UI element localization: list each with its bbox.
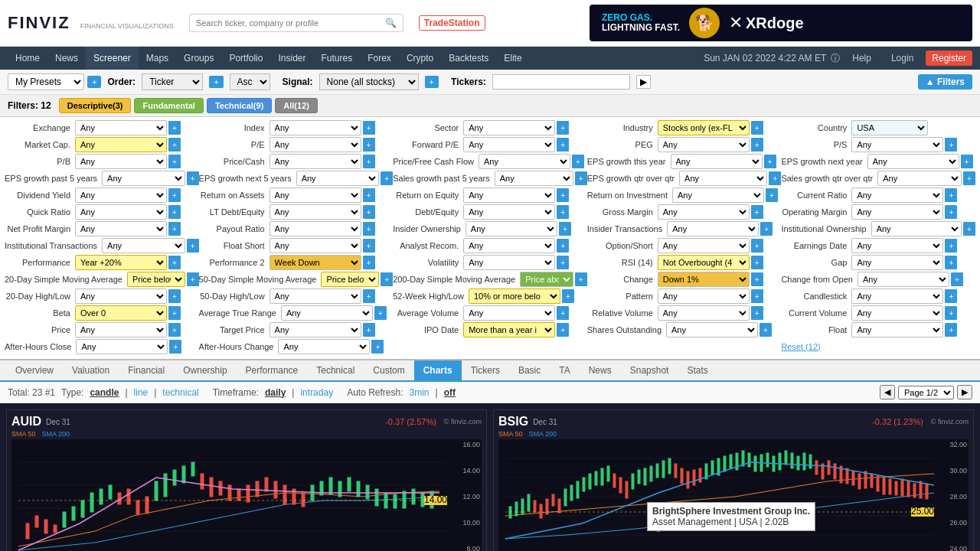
tab-fundamental[interactable]: Fundamental [134, 98, 203, 113]
filter-add-btn-4-2[interactable]: + [557, 188, 569, 202]
filter-add-btn-3-2[interactable]: + [575, 171, 587, 185]
filter-select-6-4[interactable]: Any [871, 221, 962, 236]
filter-select-5-4[interactable]: Any [851, 204, 943, 220]
filter-select-1-3[interactable]: Any [658, 137, 750, 152]
type-technical[interactable]: technical [162, 387, 198, 398]
filter-select-2-1[interactable]: Any [270, 154, 361, 169]
filter-add-btn-10-3[interactable]: + [751, 289, 763, 303]
nav-home[interactable]: Home [8, 47, 47, 70]
filter-select-6-2[interactable]: Any [466, 221, 557, 236]
filter-add-btn-1-3[interactable]: + [751, 138, 763, 152]
filter-add-btn-1-2[interactable]: + [557, 138, 569, 152]
filter-add-btn-3-1[interactable]: + [381, 171, 393, 185]
type-line[interactable]: line [134, 387, 149, 398]
filter-add-btn-5-2[interactable]: + [557, 205, 569, 219]
filter-select-7-0[interactable]: Any [102, 238, 185, 253]
search-icon[interactable]: 🔍 [385, 18, 397, 28]
filter-add-btn-7-1[interactable]: + [363, 239, 375, 253]
view-tab-technical[interactable]: Technical [307, 360, 364, 380]
filter-select-7-2[interactable]: Any [463, 238, 555, 253]
filter-add-btn-8-3[interactable]: + [751, 256, 763, 269]
filter-select-8-4[interactable]: Any [851, 255, 943, 270]
tab-all[interactable]: All(12) [275, 98, 318, 113]
filter-add-btn-7-4[interactable]: + [945, 239, 957, 253]
filter-select-10-4[interactable]: Any [851, 289, 943, 304]
view-tab-snapshot[interactable]: Snapshot [621, 360, 678, 380]
filter-add-btn-11-4[interactable]: + [945, 306, 957, 320]
filter-add-btn-2-3[interactable]: + [764, 155, 776, 168]
filter-select-9-0[interactable]: Price below SMA2( [127, 272, 185, 287]
filter-select-0-2[interactable]: Any [463, 120, 555, 135]
next-page-btn[interactable]: ▶ [957, 385, 972, 399]
view-tab-ownership[interactable]: Ownership [174, 360, 236, 380]
filter-select-10-3[interactable]: Any [658, 289, 750, 304]
filter-select-12-4[interactable]: Any [851, 322, 943, 337]
view-tab-news[interactable]: News [580, 360, 621, 380]
type-candle[interactable]: candle [90, 387, 119, 398]
filter-add-btn-2-2[interactable]: + [572, 155, 584, 168]
filter-add-btn-11-2[interactable]: + [557, 306, 569, 320]
nav-futures[interactable]: Futures [314, 47, 361, 70]
filter-select-10-0[interactable]: Any [75, 289, 167, 304]
chart-bsig[interactable]: BSIG Dec 31 -0.32 (1.23%) © finviz.com S… [493, 409, 974, 551]
filter-add-btn-6-3[interactable]: + [760, 222, 773, 236]
timeframe-daily[interactable]: daily [265, 387, 286, 398]
filter-select-1-2[interactable]: Any [463, 137, 555, 152]
filter-select-0-3[interactable]: Stocks only (ex-FL [658, 120, 750, 135]
filter-add-btn-0-2[interactable]: + [557, 121, 569, 135]
filter-add-btn-7-2[interactable]: + [557, 239, 569, 253]
order-btn[interactable]: + [209, 76, 223, 88]
view-tab-basic[interactable]: Basic [509, 360, 550, 380]
tradestation-logo[interactable]: TradeStation [419, 15, 485, 31]
filter-select-0-4[interactable]: USA [851, 120, 928, 135]
filter-add-btn-4-0[interactable]: + [168, 188, 181, 202]
filter-select-1-4[interactable]: Any [851, 137, 943, 152]
filter-select-12-3[interactable]: Any [666, 322, 758, 337]
filter-add-btn-10-0[interactable]: + [168, 289, 181, 303]
filter-add-btn-11-3[interactable]: + [751, 306, 763, 320]
filter-add-btn-3-4[interactable]: + [963, 171, 975, 185]
filter-select-4-1[interactable]: Any [270, 187, 361, 203]
filter-select-12-1[interactable]: Any [270, 322, 361, 337]
filter-add-btn-5-0[interactable]: + [168, 205, 181, 219]
filter-select-9-3[interactable]: Down 1% [658, 272, 750, 287]
nav-elite[interactable]: Elite [496, 47, 529, 70]
register-link[interactable]: Register [926, 51, 972, 66]
filter-select-5-3[interactable]: Any [658, 204, 750, 220]
nav-screener[interactable]: Screener [86, 47, 139, 70]
filter-add-btn-9-2[interactable]: + [575, 272, 587, 286]
filter-add-btn-1-0[interactable]: + [168, 138, 181, 152]
filter-add-btn-12-1[interactable]: + [363, 323, 375, 337]
filter-add-btn-10-1[interactable]: + [363, 289, 375, 303]
filter-add-btn-9-4[interactable]: + [951, 272, 963, 286]
filter-select-11-1[interactable]: Any [281, 305, 373, 321]
order-dir-select[interactable]: Asc [230, 73, 270, 90]
filter-add-btn-9-0[interactable]: + [187, 272, 199, 286]
nav-backtests[interactable]: Backtests [441, 47, 496, 70]
view-tab-performance[interactable]: Performance [237, 360, 308, 380]
filter-select-7-3[interactable]: Any [658, 238, 750, 253]
login-link[interactable]: Login [884, 47, 921, 70]
filter-add-btn-6-2[interactable]: + [559, 222, 571, 236]
filter-select-0-0[interactable]: Any [75, 120, 167, 135]
filter-add-btn-8-2[interactable]: + [557, 256, 569, 269]
reset-btn[interactable]: Reset (12) [781, 342, 820, 351]
search-input[interactable] [196, 18, 385, 28]
filter-add-btn-0-0[interactable]: + [168, 121, 181, 135]
filter-select-12-2[interactable]: More than a year i [463, 322, 555, 337]
filter-select-11-4[interactable]: Any [851, 305, 943, 321]
filter-add-btn-12-3[interactable]: + [760, 323, 772, 337]
filter-add-btn-5-4[interactable]: + [945, 205, 957, 219]
filter-select-4-0[interactable]: Any [75, 187, 167, 203]
view-tab-valuation[interactable]: Valuation [63, 360, 119, 380]
preset-select[interactable]: My Presets [8, 73, 84, 90]
filter-add-btn-8-4[interactable]: + [945, 256, 957, 269]
filter-add-btn-6-4[interactable]: + [963, 222, 975, 236]
filter-add-btn-10-2[interactable]: + [562, 289, 574, 303]
filter-add-btn-10-4[interactable]: + [945, 289, 957, 303]
filter-add-btn-6-0[interactable]: + [168, 222, 181, 236]
nav-crypto[interactable]: Crypto [399, 47, 441, 70]
nav-portfolio[interactable]: Portfolio [221, 47, 270, 70]
filter-select-8-2[interactable]: Any [463, 255, 555, 270]
tickers-input[interactable] [492, 74, 630, 90]
